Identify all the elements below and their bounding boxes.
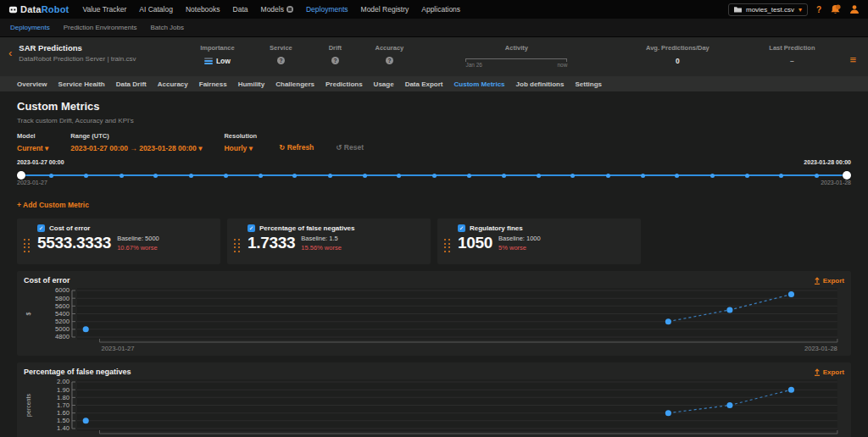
metric-baseline: Baseline: 1.5: [301, 235, 342, 242]
metric-checkbox[interactable]: ✓: [458, 224, 465, 232]
reset-button[interactable]: ↺ Reset: [336, 143, 364, 152]
range-control: Range (UTC) 2023-01-27 00:00 → 2023-01-2…: [70, 132, 202, 152]
stat-last-prediction: Last Prediction –: [741, 43, 843, 69]
drag-handle-icon[interactable]: [24, 233, 34, 259]
chart-canvas: 6000580056005400520050004800$2023-01-272…: [24, 286, 844, 354]
logo-data: Data: [20, 4, 42, 14]
user-profile-icon[interactable]: [849, 4, 860, 14]
timeline-hour-dot: [537, 174, 541, 178]
tab-predictions[interactable]: Predictions: [326, 80, 363, 88]
datarobot-logo[interactable]: DataRobot: [8, 4, 69, 14]
timeline-track[interactable]: [17, 171, 851, 179]
tab-challengers[interactable]: Challengers: [275, 80, 314, 88]
activity-start-label: Jan 26: [465, 62, 482, 68]
timeline-end-date: 2023-01-28: [821, 180, 851, 185]
nav-item-ai-catalog[interactable]: AI Catalog: [139, 5, 173, 14]
metric-checkbox[interactable]: ✓: [248, 224, 255, 232]
top-nav-right: movies_test.csv ▾ ?: [728, 3, 860, 16]
metric-name: Regulatory fines: [470, 224, 523, 232]
export-button[interactable]: Export: [814, 368, 844, 376]
logo-robot: Robot: [42, 4, 70, 14]
subnav-item-batch-jobs[interactable]: Batch Jobs: [150, 24, 184, 31]
range-dropdown[interactable]: 2023-01-27 00:00 → 2023-01-28 00:00 ▾: [70, 144, 202, 152]
model-dropdown[interactable]: Current ▾: [17, 144, 48, 152]
nav-item-value-tracker[interactable]: Value Tracker: [82, 5, 126, 14]
reset-icon: ↺: [336, 143, 342, 152]
top-nav: DataRobot Value Tracker AI Catalog Noteb…: [0, 0, 868, 19]
svg-text:6000: 6000: [55, 287, 70, 295]
timeline-end-handle[interactable]: [843, 171, 851, 180]
export-button[interactable]: Export: [814, 277, 844, 285]
back-chevron-icon[interactable]: ‹: [8, 47, 12, 59]
timeline-start-handle[interactable]: [17, 171, 25, 180]
deployment-subtitle: DataRobot Prediction Server | train.csv: [19, 55, 158, 63]
metric-card-regulatory-fines: ✓ Regulatory fines 1050 Baseline: 1000 5…: [437, 218, 641, 264]
nav-item-model-registry[interactable]: Model Registry: [361, 5, 409, 14]
metric-value: 1.7333: [248, 234, 295, 252]
svg-text:5200: 5200: [55, 318, 70, 325]
metric-checkbox[interactable]: ✓: [37, 224, 45, 232]
tab-service-health[interactable]: Service Health: [58, 80, 105, 88]
subnav-item-deployments[interactable]: Deployments: [10, 24, 50, 31]
subnav-item-prediction-environments[interactable]: Prediction Environments: [64, 24, 137, 31]
importance-value: Low: [216, 57, 231, 65]
refresh-button[interactable]: ↻ Refresh: [279, 143, 314, 152]
avg-predictions-value: 0: [614, 57, 741, 65]
nav-item-models[interactable]: Models: [261, 5, 293, 14]
chart-title: Percentage of false negatives: [24, 368, 131, 376]
drag-handle-icon[interactable]: [234, 233, 244, 259]
nav-item-deployments[interactable]: Deployments: [306, 5, 348, 14]
stat-activity: Activity Jan 26 now: [419, 43, 614, 69]
metric-value: 1050: [458, 234, 492, 252]
tab-humility[interactable]: Humility: [238, 80, 265, 88]
tab-usage[interactable]: Usage: [374, 80, 394, 88]
resolution-dropdown[interactable]: Hourly ▾: [224, 144, 257, 152]
drag-handle-icon[interactable]: [444, 233, 454, 259]
timeline-hour-dot: [606, 174, 610, 178]
timeline-end-datetime: 2023-01-28 00:00: [804, 159, 851, 165]
custom-metrics-page: Custom Metrics Track custom Drift, Accur…: [0, 91, 868, 437]
notifications-bell-icon[interactable]: [830, 4, 841, 15]
timeline-hour-dot: [432, 174, 437, 178]
svg-text:1.70: 1.70: [57, 401, 70, 409]
metric-name: Percentage of false negatives: [259, 224, 355, 232]
tab-fairness[interactable]: Fairness: [199, 80, 227, 88]
nav-item-notebooks[interactable]: Notebooks: [186, 5, 220, 14]
export-icon: [814, 368, 821, 376]
nav-item-applications[interactable]: Applications: [421, 5, 460, 14]
svg-text:1.90: 1.90: [57, 386, 70, 394]
timeline-start-datetime: 2023-01-27 00:00: [17, 159, 64, 165]
tab-settings[interactable]: Settings: [575, 80, 602, 88]
tab-custom-metrics[interactable]: Custom Metrics: [454, 80, 505, 88]
nav-item-data[interactable]: Data: [233, 5, 248, 14]
refresh-icon: ↻: [279, 143, 285, 152]
accuracy-status-icon: ?: [386, 57, 393, 64]
chevron-down-icon: ▾: [45, 144, 48, 152]
svg-text:2.00: 2.00: [57, 379, 70, 386]
tab-overview[interactable]: Overview: [17, 80, 47, 88]
hamburger-menu-icon[interactable]: ≡: [849, 53, 856, 66]
tab-job-definitions[interactable]: Job definitions: [516, 80, 565, 88]
chart-title: Cost of error: [24, 276, 70, 285]
tab-data-export[interactable]: Data Export: [405, 80, 443, 88]
sub-nav: Deployments Prediction Environments Batc…: [0, 19, 868, 37]
timeline-hour-dot: [259, 174, 263, 178]
datarobot-robot-icon: [8, 5, 18, 14]
deployment-tabs: Overview Service Health Data Drift Accur…: [0, 76, 868, 91]
deployment-header: ‹ SAR Predictions DataRobot Prediction S…: [0, 37, 868, 76]
metric-card-false-negatives: ✓ Percentage of false negatives 1.7333 B…: [227, 218, 431, 264]
last-prediction-value: –: [741, 57, 843, 65]
chevron-down-icon: ▾: [798, 6, 802, 14]
metric-card-cost-of-error: ✓ Cost of error 5533.3333 Baseline: 5000…: [17, 218, 220, 264]
metric-value: 5533.3333: [37, 234, 111, 252]
svg-text:1.50: 1.50: [57, 417, 70, 424]
dataset-name: movies_test.csv: [746, 6, 794, 14]
timeline-hour-dot: [363, 174, 367, 178]
dataset-selector[interactable]: movies_test.csv ▾: [728, 3, 808, 16]
help-button[interactable]: ?: [816, 5, 821, 14]
stat-importance: Importance Low: [183, 43, 251, 69]
tab-accuracy[interactable]: Accuracy: [158, 80, 188, 88]
add-custom-metric-button[interactable]: + Add Custom Metric: [17, 201, 89, 209]
timeline-hour-dot: [224, 174, 228, 178]
tab-data-drift[interactable]: Data Drift: [116, 80, 147, 88]
